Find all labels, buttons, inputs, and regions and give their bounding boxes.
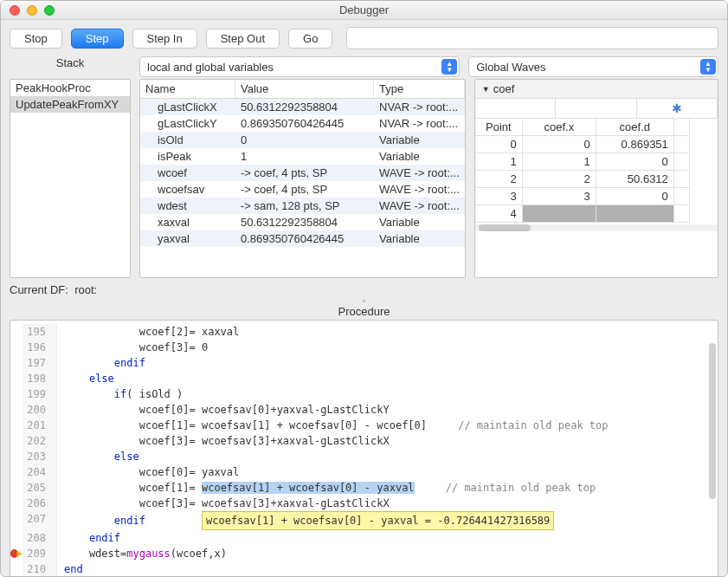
wave-row[interactable]: 2250.6312 bbox=[475, 171, 718, 188]
vertical-scrollbar[interactable] bbox=[709, 343, 716, 499]
col-header-coef-d[interactable]: coef.d bbox=[596, 119, 674, 136]
stack-item[interactable]: UpdatePeakFromXY bbox=[10, 96, 130, 113]
code-line[interactable]: 210end bbox=[10, 561, 718, 577]
variables-table: Name Value Type gLastClickX50.6312292358… bbox=[139, 79, 466, 278]
stop-button[interactable]: Stop bbox=[10, 29, 62, 49]
variable-row[interactable]: wcoefsav-> coef, 4 pts, SPWAVE -> root:.… bbox=[140, 181, 465, 198]
variable-row[interactable]: isPeak1Variable bbox=[140, 148, 465, 165]
wave-row[interactable]: 000.869351 bbox=[475, 136, 718, 153]
variables-scope-value: local and global variables bbox=[147, 61, 274, 74]
waves-scope-dropdown[interactable]: Global Waves ▲▼ bbox=[468, 56, 718, 77]
stack-item[interactable]: PeakHookProc bbox=[10, 80, 130, 96]
waves-scope-value: Global Waves bbox=[476, 61, 545, 74]
toolbar: Stop Step Step In Step Out Go bbox=[1, 20, 727, 56]
code-line[interactable]: 207 endif wcoefsav[1] + wcoefsav[0] - ya… bbox=[10, 511, 718, 530]
wave-row[interactable]: 110 bbox=[475, 153, 718, 171]
col-spacer bbox=[674, 119, 690, 136]
triangle-down-icon: ▼ bbox=[482, 85, 490, 94]
debugger-window: Debugger Stop Step Step In Step Out Go S… bbox=[0, 0, 728, 577]
wave-selector-cell[interactable] bbox=[475, 99, 556, 118]
code-line[interactable]: 198 else bbox=[10, 371, 718, 386]
wave-selector-cell[interactable] bbox=[556, 99, 636, 118]
variables-scope-dropdown[interactable]: local and global variables ▲▼ bbox=[139, 56, 460, 77]
col-header-name[interactable]: Name bbox=[140, 80, 235, 98]
titlebar: Debugger bbox=[1, 1, 727, 20]
wave-name: coef bbox=[493, 82, 515, 95]
col-header-coef-x[interactable]: coef.x bbox=[523, 119, 596, 136]
stack-label: Stack bbox=[10, 56, 131, 77]
code-line[interactable]: 201 wcoef[1]= wcoefsav[1] + wcoefsav[0] … bbox=[10, 418, 718, 433]
step-in-button[interactable]: Step In bbox=[132, 29, 197, 49]
code-line[interactable]: 202 wcoef[3]= wcoefsav[3]+xaxval-gLastCl… bbox=[10, 433, 718, 449]
col-header-value[interactable]: Value bbox=[235, 80, 374, 98]
variable-row[interactable]: gLastClickY0.869350760426445NVAR -> root… bbox=[140, 115, 465, 132]
window-title: Debugger bbox=[1, 3, 727, 16]
wave-viewer: ▼ coef ✱ Point coef.x coef.d 000.8693511… bbox=[474, 79, 718, 278]
eval-tooltip: wcoefsav[1] + wcoefsav[0] - yaxval = -0.… bbox=[202, 511, 554, 530]
code-line[interactable]: 199 if( isOld ) bbox=[10, 386, 718, 402]
code-line[interactable]: ▶209 wdest=mygauss(wcoef,x) bbox=[10, 546, 718, 561]
wave-row[interactable]: 330 bbox=[475, 188, 718, 205]
code-line[interactable]: 196 wcoef[3]= 0 bbox=[10, 340, 718, 355]
code-line[interactable]: 197 endif bbox=[10, 355, 718, 371]
chevron-updown-icon: ▲▼ bbox=[700, 59, 716, 75]
variable-row[interactable]: xaxval50.6312292358804Variable bbox=[140, 214, 465, 230]
wave-disclosure[interactable]: ▼ coef bbox=[475, 80, 718, 99]
gear-icon: ✱ bbox=[672, 101, 682, 115]
status-field bbox=[346, 27, 718, 49]
wave-row[interactable]: 4 bbox=[475, 205, 718, 223]
step-button[interactable]: Step bbox=[71, 29, 124, 49]
current-line-icon: ▶ bbox=[16, 546, 23, 561]
code-line[interactable]: 204 wcoef[0]= yaxval bbox=[10, 464, 718, 480]
code-line[interactable]: 203 else bbox=[10, 449, 718, 464]
variable-row[interactable]: gLastClickX50.6312292358804NVAR -> root:… bbox=[140, 99, 465, 115]
col-header-point[interactable]: Point bbox=[475, 119, 523, 136]
code-panel[interactable]: 195 wcoef[2]= xaxval196 wcoef[3]= 0197 e… bbox=[10, 320, 718, 577]
wave-settings-button[interactable]: ✱ bbox=[637, 99, 718, 118]
code-line[interactable]: 206 wcoef[3]= wcoefsav[3]+xaxval-gLastCl… bbox=[10, 496, 718, 511]
horizontal-scrollbar[interactable] bbox=[475, 224, 718, 231]
code-line[interactable]: 195 wcoef[2]= xaxval bbox=[10, 324, 718, 340]
go-button[interactable]: Go bbox=[288, 29, 332, 49]
stack-list[interactable]: PeakHookProc UpdatePeakFromXY bbox=[10, 79, 131, 278]
step-out-button[interactable]: Step Out bbox=[206, 29, 280, 49]
code-line[interactable]: 200 wcoef[0]= wcoefsav[0]+yaxval-gLastCl… bbox=[10, 402, 718, 418]
code-line[interactable]: 205 wcoef[1]= wcoefsav[1] + wcoefsav[0] … bbox=[10, 480, 718, 496]
col-header-type[interactable]: Type bbox=[374, 80, 465, 98]
variable-row[interactable]: isOld0Variable bbox=[140, 132, 465, 148]
variable-row[interactable]: wdest-> sam, 128 pts, SPWAVE -> root:... bbox=[140, 198, 465, 214]
chevron-updown-icon: ▲▼ bbox=[441, 59, 457, 75]
variable-row[interactable]: wcoef-> coef, 4 pts, SPWAVE -> root:... bbox=[140, 165, 465, 181]
code-line[interactable]: 208 endif bbox=[10, 530, 718, 546]
variable-row[interactable]: yaxval0.869350760426445Variable bbox=[140, 230, 465, 247]
procedure-label: Procedure bbox=[1, 301, 727, 320]
